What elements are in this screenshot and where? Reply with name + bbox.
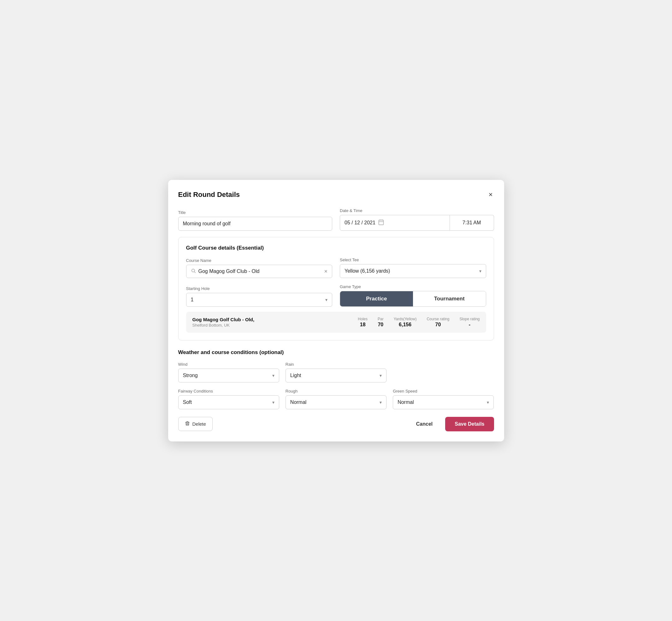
title-datetime-row: Title Date & Time 05 / 12 / 2021 [178, 208, 494, 231]
stat-slope-rating: Slope rating - [459, 317, 479, 328]
svg-rect-0 [379, 220, 383, 225]
course-name-input[interactable] [199, 268, 322, 274]
date-time-inputs: 05 / 12 / 2021 7:31 AM [340, 215, 494, 231]
stat-par: Par 70 [378, 317, 384, 328]
par-value: 70 [378, 322, 383, 328]
hole-gametype-row: Starting Hole 1 ▾ Game Type Practice Tou… [186, 284, 486, 307]
starting-hole-group: Starting Hole 1 ▾ [186, 286, 333, 307]
slope-rating-label: Slope rating [459, 317, 479, 321]
time-input[interactable]: 7:31 AM [450, 215, 494, 231]
modal-header: Edit Round Details × [178, 190, 494, 199]
wind-dropdown[interactable]: Strong ▾ [178, 369, 279, 382]
green-speed-label: Green Speed [393, 389, 494, 394]
starting-hole-dropdown[interactable]: 1 ▾ [186, 293, 333, 307]
fairway-dropdown[interactable]: Soft ▾ [178, 396, 279, 409]
rain-group: Rain Light ▾ [286, 362, 386, 382]
weather-section-title: Weather and course conditions (optional) [178, 349, 494, 356]
course-rating-value: 70 [435, 322, 441, 328]
chevron-down-icon-7: ▾ [487, 400, 489, 405]
delete-label: Delete [193, 421, 206, 427]
tournament-toggle-button[interactable]: Tournament [413, 291, 486, 306]
wind-group: Wind Strong ▾ [178, 362, 279, 382]
practice-toggle-button[interactable]: Practice [340, 291, 413, 306]
chevron-down-icon-2: ▾ [325, 297, 328, 302]
delete-button[interactable]: Delete [178, 417, 213, 431]
course-name-input-wrap[interactable]: × [186, 265, 333, 278]
fairway-group: Fairway Conditions Soft ▾ [178, 389, 279, 409]
chevron-down-icon-3: ▾ [272, 373, 275, 378]
starting-hole-value: 1 [191, 297, 323, 303]
course-info-location: Shelford Bottom, UK [193, 323, 348, 328]
course-name-group: Course Name × [186, 258, 333, 278]
save-button[interactable]: Save Details [445, 417, 494, 431]
date-value: 05 / 12 / 2021 [344, 220, 375, 225]
calendar-icon [378, 219, 384, 226]
golf-course-section: Golf Course details (Essential) Course N… [178, 237, 494, 340]
modal-title: Edit Round Details [178, 191, 240, 199]
slope-rating-value: - [469, 322, 470, 328]
select-tee-dropdown[interactable]: Yellow (6,156 yards) ▾ [340, 264, 486, 278]
game-type-group: Game Type Practice Tournament [340, 284, 486, 307]
rough-group: Rough Normal ▾ [286, 389, 386, 409]
cancel-button[interactable]: Cancel [410, 417, 439, 431]
chevron-down-icon: ▾ [479, 268, 481, 274]
chevron-down-icon-6: ▾ [380, 400, 382, 405]
game-type-label: Game Type [340, 284, 486, 289]
game-type-toggle: Practice Tournament [340, 291, 486, 307]
edit-round-modal: Edit Round Details × Title Date & Time 0… [168, 180, 504, 442]
stat-course-rating: Course rating 70 [426, 317, 449, 328]
weather-section: Weather and course conditions (optional)… [178, 349, 494, 409]
rain-dropdown[interactable]: Light ▾ [286, 369, 386, 382]
date-input[interactable]: 05 / 12 / 2021 [340, 215, 450, 231]
par-label: Par [378, 317, 384, 321]
course-info-bar: Gog Magog Golf Club - Old, Shelford Bott… [186, 312, 486, 333]
course-name-label: Course Name [186, 258, 333, 263]
green-speed-group: Green Speed Normal ▾ [393, 389, 494, 409]
time-value: 7:31 AM [463, 220, 481, 225]
svg-line-5 [194, 272, 196, 273]
rain-label: Rain [286, 362, 386, 367]
fairway-value: Soft [183, 400, 270, 405]
holes-label: Holes [358, 317, 368, 321]
footer-row: Delete Cancel Save Details [178, 417, 494, 431]
svg-point-4 [192, 269, 194, 272]
close-button[interactable]: × [488, 190, 494, 199]
course-rating-label: Course rating [426, 317, 449, 321]
course-clear-button[interactable]: × [324, 268, 328, 274]
trash-icon [185, 421, 190, 427]
select-tee-value: Yellow (6,156 yards) [344, 268, 477, 274]
datetime-group: Date & Time 05 / 12 / 2021 7:31 AM [340, 208, 494, 231]
rough-dropdown[interactable]: Normal ▾ [286, 396, 386, 409]
footer-right: Cancel Save Details [410, 417, 494, 431]
search-icon [191, 268, 196, 275]
wind-label: Wind [178, 362, 279, 367]
select-tee-group: Select Tee Yellow (6,156 yards) ▾ [340, 257, 486, 278]
yards-label: Yards(Yellow) [394, 317, 417, 321]
rough-label: Rough [286, 389, 386, 394]
stat-yards: Yards(Yellow) 6,156 [394, 317, 417, 328]
stat-holes: Holes 18 [358, 317, 368, 328]
starting-hole-label: Starting Hole [186, 286, 333, 291]
title-label: Title [178, 210, 333, 215]
wind-value: Strong [183, 373, 270, 378]
wind-rain-row: Wind Strong ▾ Rain Light ▾ [178, 362, 494, 382]
green-speed-value: Normal [397, 400, 484, 405]
title-input[interactable] [178, 217, 333, 231]
course-info-name-group: Gog Magog Golf Club - Old, Shelford Bott… [193, 317, 348, 328]
golf-section-title: Golf Course details (Essential) [186, 245, 486, 251]
fairway-rough-green-row: Fairway Conditions Soft ▾ Rough Normal ▾… [178, 389, 494, 409]
select-tee-label: Select Tee [340, 257, 486, 262]
rough-value: Normal [290, 400, 377, 405]
course-tee-row: Course Name × Select Tee Yellow (6,156 y… [186, 257, 486, 278]
datetime-label: Date & Time [340, 208, 494, 213]
title-group: Title [178, 210, 333, 231]
holes-value: 18 [360, 322, 366, 328]
yards-value: 6,156 [399, 322, 411, 328]
chevron-down-icon-5: ▾ [272, 400, 275, 405]
chevron-down-icon-4: ▾ [380, 373, 382, 378]
rain-value: Light [290, 373, 377, 378]
fairway-label: Fairway Conditions [178, 389, 279, 394]
green-speed-dropdown[interactable]: Normal ▾ [393, 396, 494, 409]
course-info-name: Gog Magog Golf Club - Old, [193, 317, 348, 322]
